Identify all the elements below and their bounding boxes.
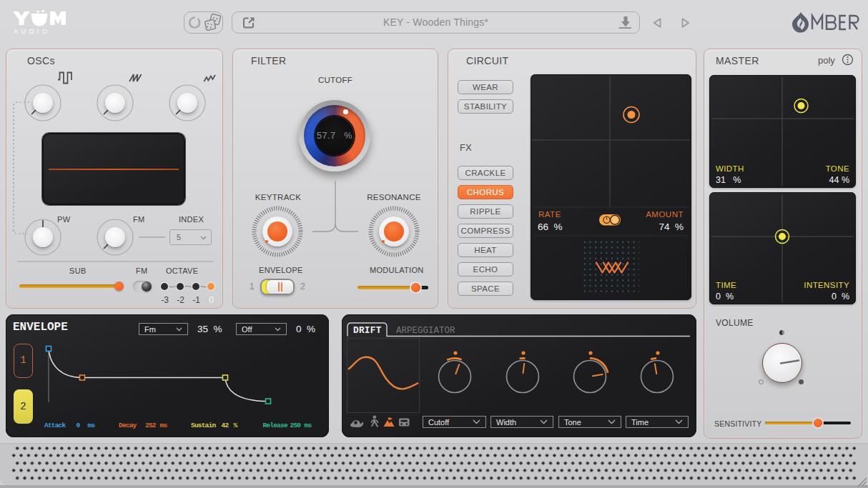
svg-text:74 %: 74 %: [659, 221, 684, 232]
svg-text:0 %: 0 %: [832, 292, 849, 302]
svg-text:0: 0: [77, 422, 81, 429]
svg-text:WIDTH: WIDTH: [716, 164, 744, 173]
svg-text:TONE: TONE: [826, 164, 849, 173]
svg-text:Decay: Decay: [119, 422, 137, 429]
svg-text:252: 252: [145, 422, 157, 429]
svg-text:AMOUNT: AMOUNT: [646, 210, 684, 219]
svg-text:42: 42: [222, 422, 230, 429]
svg-text:TIME: TIME: [716, 281, 736, 289]
svg-text:0 %: 0 %: [716, 292, 734, 302]
svg-text:Sustain: Sustain: [191, 422, 216, 429]
svg-text:ms: ms: [160, 422, 168, 429]
svg-text:%: %: [234, 422, 238, 429]
svg-text:44 %: 44 %: [829, 175, 850, 185]
svg-text:ARPEGGIATOR: ARPEGGIATOR: [396, 326, 455, 336]
svg-text:Attack: Attack: [44, 422, 66, 429]
svg-text:INTENSITY: INTENSITY: [804, 281, 849, 289]
svg-text:Release: Release: [263, 422, 288, 429]
svg-text:ms: ms: [88, 422, 96, 429]
svg-text:66 %: 66 %: [538, 221, 563, 232]
svg-text:RATE: RATE: [538, 210, 561, 219]
svg-text:DRIFT: DRIFT: [353, 325, 382, 336]
svg-text:31 %: 31 %: [716, 175, 741, 185]
svg-text:ms: ms: [305, 422, 312, 429]
svg-text:AUDIO: AUDIO: [14, 28, 51, 35]
svg-text:250: 250: [290, 422, 302, 429]
